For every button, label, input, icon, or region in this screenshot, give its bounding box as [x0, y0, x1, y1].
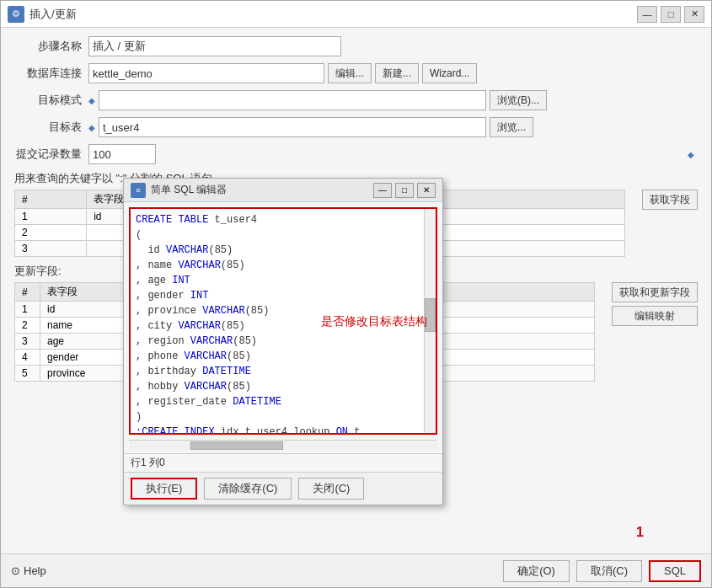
browse-b-button[interactable]: 浏览(B)...	[490, 90, 547, 110]
minimize-button[interactable]: —	[637, 6, 657, 23]
close-dialog-button[interactable]: 关闭(C)	[298, 478, 364, 500]
window-title: 插入/更新	[29, 7, 637, 22]
cancel-button[interactable]: 取消(C)	[576, 560, 642, 582]
close-button[interactable]: ✕	[684, 6, 704, 23]
main-title-bar: ⚙ 插入/更新 — □ ✕	[1, 1, 711, 28]
db-conn-row: 数据库连接 编辑... 新建... Wizard...	[14, 63, 698, 83]
ok-button[interactable]: 确定(O)	[503, 560, 570, 582]
get-update-fields-button[interactable]: 获取和更新字段	[612, 282, 698, 302]
edit-db-button[interactable]: 编辑...	[328, 63, 372, 83]
target-schema-label: 目标模式	[14, 93, 82, 108]
db-conn-label: 数据库连接	[14, 66, 82, 81]
help-link[interactable]: ⊙ Help	[11, 564, 46, 577]
commit-count-input[interactable]	[88, 144, 156, 164]
sql-dialog-buttons: 执行(E) 清除缓存(C) 关闭(C)	[124, 472, 442, 505]
sql-editor-dialog: ≡ 简单 SQL 编辑器 — □ ✕ CREATE TABLE t_user4 …	[123, 178, 443, 505]
key-row3-num: 3	[15, 241, 87, 257]
sql-dialog-titlebar: ≡ 简单 SQL 编辑器 — □ ✕	[124, 179, 442, 202]
target-table-label: 目标表	[14, 120, 82, 135]
commit-label: 提交记录数量	[14, 147, 82, 162]
sql-content-text[interactable]: CREATE TABLE t_user4 ( id VARCHAR(85) , …	[131, 209, 436, 433]
wizard-button[interactable]: Wizard...	[422, 63, 477, 83]
target-table-input[interactable]	[99, 117, 486, 137]
target-table-row: 目标表 ◆ 浏览...	[14, 117, 698, 137]
target-schema-row: 目标模式 ◆ 浏览(B)...	[14, 90, 698, 110]
sql-dialog-icon: ≡	[131, 183, 146, 198]
help-circle-icon: ⊙	[11, 564, 20, 577]
clear-cache-button[interactable]: 清除缓存(C)	[204, 478, 292, 500]
schema-diamond-icon: ◆	[88, 96, 95, 105]
window-icon: ⚙	[8, 6, 24, 23]
key-col-num: #	[15, 190, 87, 209]
target-schema-input[interactable]	[99, 90, 486, 110]
key-row1-num: 1	[15, 209, 87, 225]
step-name-row: 步骤名称	[14, 36, 698, 56]
red-one-label: 1	[636, 525, 644, 540]
key-row2-num: 2	[15, 225, 87, 241]
sql-scrollbar[interactable]	[424, 209, 436, 433]
edit-mapping-button[interactable]: 编辑映射	[612, 306, 698, 326]
title-controls: — □ ✕	[637, 6, 704, 23]
sql-status-bar: 行1 列0	[124, 453, 442, 472]
db-conn-input[interactable]	[88, 63, 324, 83]
update-buttons: 获取和更新字段 编辑映射	[608, 282, 698, 382]
bottom-bar: ⊙ Help 确定(O) 取消(C) SQL	[1, 553, 711, 587]
sql-hscrollbar[interactable]	[129, 440, 437, 450]
update-col-num: #	[15, 283, 40, 302]
sql-dialog-minimize[interactable]: —	[373, 183, 392, 198]
sql-editor-area: CREATE TABLE t_user4 ( id VARCHAR(85) , …	[129, 207, 437, 435]
sql-scrollbar-thumb[interactable]	[425, 298, 436, 332]
new-db-button[interactable]: 新建...	[375, 63, 419, 83]
commit-count-row: 提交记录数量 ◆	[14, 144, 698, 164]
table-diamond-icon: ◆	[88, 123, 95, 132]
sql-status-text: 行1 列0	[131, 457, 165, 468]
execute-button[interactable]: 执行(E)	[131, 478, 197, 500]
sql-dialog-maximize[interactable]: □	[395, 183, 414, 198]
main-window: ⚙ 插入/更新 — □ ✕ 步骤名称 数据库连接 编辑... 新建... Wiz…	[0, 0, 712, 588]
sql-hscroll-thumb[interactable]	[190, 441, 283, 450]
step-name-input[interactable]	[88, 36, 341, 56]
step-name-label: 步骤名称	[14, 39, 82, 54]
sql-dialog-title: 简单 SQL 编辑器	[151, 183, 373, 197]
maximize-button[interactable]: □	[661, 6, 681, 23]
key-buttons: 获取字段	[639, 190, 698, 257]
sql-dialog-controls: — □ ✕	[373, 183, 436, 198]
sql-button[interactable]: SQL	[649, 560, 701, 582]
browse-button[interactable]: 浏览...	[490, 117, 533, 137]
get-fields-button[interactable]: 获取字段	[642, 190, 698, 210]
sql-dialog-close[interactable]: ✕	[417, 183, 436, 198]
commit-diamond-icon: ◆	[688, 150, 694, 159]
